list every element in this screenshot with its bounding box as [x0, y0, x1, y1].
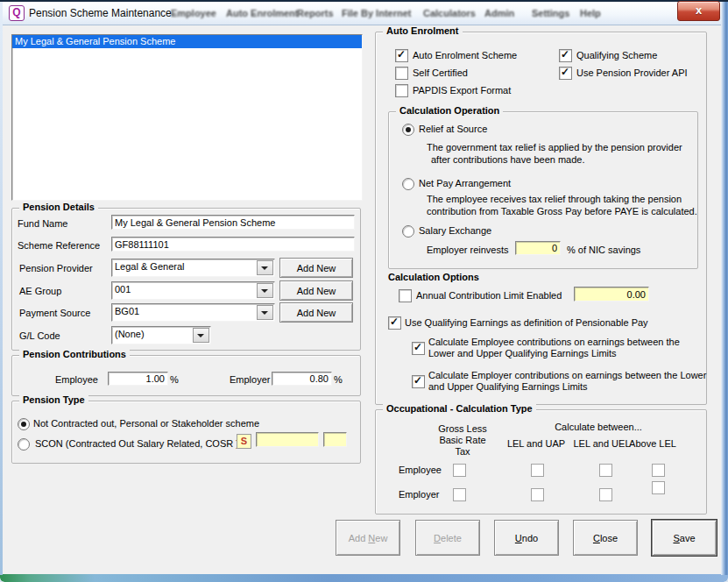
title-bar[interactable]: Q Pension Scheme Maintenance Employee Au…: [2, 2, 721, 25]
header-line: Gross Less: [428, 423, 498, 435]
undo-button[interactable]: Undo: [494, 520, 559, 556]
pension-type-title: Pension Type: [19, 394, 88, 405]
chevron-down-icon: [197, 334, 204, 337]
pension-provider-dropdown-button[interactable]: [257, 260, 273, 275]
not-contracted-radio[interactable]: [18, 418, 30, 430]
use-pension-provider-api-label: Use Pension Provider API: [576, 67, 688, 78]
relief-at-source-radio[interactable]: [402, 124, 414, 136]
occupational-employee-label: Employee: [399, 465, 442, 475]
employee-lel-uap-checkbox[interactable]: [531, 464, 544, 477]
bg-menu-auto-enrolment[interactable]: Auto Enrolment: [226, 8, 299, 18]
delete-button[interactable]: Delete: [415, 520, 480, 556]
calculation-operation-title: Calculation Operation: [396, 105, 503, 116]
window-frame-top: [0, 0, 728, 2]
chevron-down-icon: [261, 311, 268, 315]
self-certified-label: Self Certified: [413, 67, 468, 78]
ae-group-dropdown-button[interactable]: [257, 283, 273, 298]
employer-qe-label-line1: Calculate Employer contributions on earn…: [428, 370, 706, 381]
scheme-listbox[interactable]: My Legal & General Pension Scheme: [11, 34, 363, 201]
bg-menu-settings[interactable]: Settings: [532, 8, 569, 18]
use-pension-provider-api-checkbox[interactable]: [559, 67, 572, 80]
self-certified-checkbox[interactable]: [395, 67, 408, 80]
net-pay-desc-line2: contribution from Taxable Gross Pay befo…: [427, 206, 697, 216]
gl-code-dropdown-button[interactable]: [193, 328, 209, 343]
window-title: Pension Scheme Maintenance: [29, 7, 172, 19]
employer-percent-label: %: [334, 374, 343, 385]
pension-provider-dropdown[interactable]: Legal & General: [111, 259, 275, 277]
employee-qe-label-line2: Lower and Upper Qualifying Earnings Limi…: [428, 348, 680, 359]
auto-enrolment-scheme-checkbox[interactable]: [395, 49, 408, 62]
relief-at-source-label: Relief at Source: [419, 124, 487, 134]
employer-contribution-field[interactable]: [272, 372, 332, 386]
employee-contribution-field[interactable]: [108, 372, 168, 386]
papdis-export-checkbox[interactable]: [395, 84, 408, 97]
bg-menu-reports[interactable]: Reports: [297, 8, 334, 18]
scon-suffix-field[interactable]: [323, 432, 347, 447]
employee-gross-less-checkbox[interactable]: [453, 464, 466, 477]
occupational-employer-label: Employer: [399, 489, 439, 500]
window-frame-right: [721, 2, 728, 575]
ae-group-value: 001: [115, 284, 131, 295]
fund-name-label: Fund Name: [18, 218, 67, 229]
payment-source-dropdown[interactable]: BG01: [111, 303, 275, 322]
pension-provider-add-new-button[interactable]: Add New: [279, 258, 353, 278]
close-button[interactable]: x: [677, 1, 720, 21]
pension-provider-label: Pension Provider: [19, 263, 93, 273]
ae-group-add-new-button[interactable]: Add New: [279, 280, 353, 301]
employee-qe-checkbox[interactable]: [412, 342, 425, 355]
ae-group-label: AE Group: [19, 286, 61, 296]
close-footer-button[interactable]: Close: [573, 520, 638, 556]
list-item[interactable]: My Legal & General Pension Scheme: [12, 35, 362, 48]
add-new-button[interactable]: Add New: [336, 520, 400, 556]
gl-code-label: G/L Code: [19, 330, 60, 341]
salary-exchange-radio[interactable]: [402, 225, 414, 238]
scon-radio[interactable]: [18, 438, 30, 451]
nic-savings-field[interactable]: [515, 241, 561, 255]
payment-source-value: BG01: [115, 306, 139, 316]
bg-menu-file-by-internet[interactable]: File By Internet: [342, 8, 411, 18]
papdis-export-label: PAPDIS Export Format: [413, 85, 511, 96]
fund-name-field[interactable]: [111, 215, 355, 230]
employer-above-lel-checkbox[interactable]: [652, 481, 665, 494]
employer-qe-checkbox[interactable]: [412, 375, 425, 388]
bg-menu-calculators[interactable]: Calculators: [423, 8, 476, 18]
employer-gross-less-checkbox[interactable]: [453, 488, 466, 501]
qualifying-earnings-checkbox[interactable]: [388, 316, 401, 330]
employee-contribution-label: Employee: [55, 374, 98, 385]
bg-menu-employee[interactable]: Employee: [171, 8, 216, 18]
employer-lel-uap-checkbox[interactable]: [531, 488, 544, 501]
pension-contributions-title: Pension Contributions: [19, 349, 130, 359]
employer-lel-uel-checkbox[interactable]: [599, 488, 612, 501]
gl-code-value: (None): [115, 329, 145, 339]
app-logo-icon: Q: [9, 5, 25, 21]
scon-number-field[interactable]: [256, 432, 319, 447]
above-lel-header: Above LEL: [624, 438, 682, 449]
net-pay-radio[interactable]: [402, 178, 414, 190]
qualifying-scheme-checkbox[interactable]: [559, 49, 572, 62]
annual-limit-field[interactable]: [574, 287, 649, 302]
gross-less-basic-rate-tax-header: Gross Less Basic Rate Tax: [428, 423, 498, 458]
bg-menu-admin[interactable]: Admin: [484, 8, 514, 18]
scheme-reference-field[interactable]: [111, 237, 355, 252]
save-button[interactable]: Save: [652, 520, 717, 556]
pension-provider-value: Legal & General: [115, 261, 185, 272]
payment-source-dropdown-button[interactable]: [257, 305, 273, 320]
calculate-between-header: Calculate between...: [546, 422, 651, 432]
employee-lel-uel-checkbox[interactable]: [599, 464, 612, 477]
bg-menu-help[interactable]: Help: [580, 8, 601, 18]
annual-limit-checkbox[interactable]: [399, 289, 412, 302]
payment-source-add-new-button[interactable]: Add New: [279, 302, 353, 323]
employee-percent-label: %: [170, 374, 179, 385]
relief-at-source-desc-line2: after contributions have been made.: [431, 154, 585, 165]
employer-reinvests-label: Employer reinvests: [427, 245, 509, 255]
auto-enrolment-scheme-label: Auto Enrolment Scheme: [413, 50, 517, 60]
payment-source-label: Payment Source: [19, 308, 90, 318]
gl-code-dropdown[interactable]: (None): [111, 326, 211, 344]
lel-uap-header: LEL and UAP: [501, 438, 571, 449]
employee-qe-label: Calculate Employee contributions on earn…: [428, 337, 680, 359]
ae-group-dropdown[interactable]: 001: [111, 281, 275, 300]
employee-above-lel-checkbox[interactable]: [652, 464, 665, 477]
employer-qe-label: Calculate Employer contributions on earn…: [428, 370, 706, 393]
qualifying-earnings-label: Use Qualifying Earnings as definition of…: [405, 317, 648, 328]
window-frame-bottom: [0, 574, 728, 582]
